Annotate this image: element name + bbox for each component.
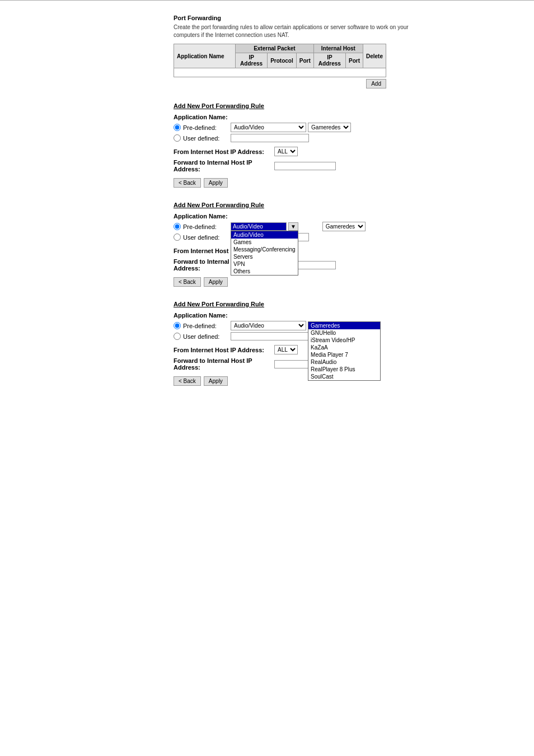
rule1-userdefined-input[interactable]	[231, 134, 309, 142]
rule2-btn-row: < Back Apply	[174, 277, 534, 287]
rule3-forward-label: Forward to Internal Host IP Address:	[174, 357, 274, 371]
rule1-apply-button[interactable]: Apply	[204, 178, 228, 188]
rule2-back-button[interactable]: < Back	[174, 277, 201, 287]
col-delete: Delete	[363, 44, 386, 68]
sub-ip-address-int: IP Address	[313, 53, 345, 68]
rule2-opt-vpn[interactable]: VPN	[231, 260, 298, 268]
rule1-title: Add New Port Forwarding Rule	[174, 102, 534, 109]
col-internal: Internal Host	[313, 44, 363, 53]
rule3-app-list: Gameredes GNUHello iStream Video/HP KaZa…	[308, 321, 381, 381]
rule3-title: Add New Port Forwarding Rule	[174, 301, 534, 307]
rule1-category-select[interactable]: Audio/Video Games Messaging/Conferencing…	[231, 123, 306, 132]
rule2-userdefined-row: User defined:	[174, 233, 534, 241]
rule3-back-button[interactable]: < Back	[174, 376, 201, 386]
add-btn-row: Add	[174, 79, 386, 88]
rule1-predefined-radio[interactable]	[174, 124, 181, 131]
pf-title: Port Forwarding	[174, 15, 534, 21]
main-content: Port Forwarding Create the port forwardi…	[0, 3, 534, 411]
rule3-opt-realplayer8[interactable]: RealPlayer 8 Plus	[308, 366, 380, 373]
rule2-opt-others[interactable]: Others	[231, 268, 298, 275]
rule3-userdefined-input[interactable]	[231, 332, 309, 340]
rule1-app-select[interactable]: Gameredes	[308, 123, 351, 132]
rule2-title: Add New Port Forwarding Rule	[174, 202, 534, 208]
rule3-predefined-row: Pre-defined: Audio/Video Games Messaging…	[174, 321, 534, 330]
rule2-category-dropdown: ▼ Audio/Video Games Messaging/Conferenci…	[231, 222, 298, 231]
rule2-category-input[interactable]	[231, 222, 287, 231]
rule2-section: Add New Port Forwarding Rule Application…	[174, 202, 534, 287]
pf-table: Application Name External Packet Interna…	[174, 44, 386, 77]
sub-ip-address-ext: IP Address	[236, 53, 268, 68]
rule3-predefined-radio[interactable]	[174, 322, 181, 329]
rule1-forward-row: Forward to Internal Host IP Address:	[174, 159, 534, 172]
rule1-forward-label: Forward to Internal Host IP Address:	[174, 159, 274, 172]
rule3-userdefined-label: User defined:	[183, 333, 231, 340]
rule2-category-arrow[interactable]: ▼	[288, 222, 298, 231]
rule2-predefined-row: Pre-defined: ▼ Audio/Video Games Messagi…	[174, 222, 534, 231]
sub-port-ext: Port	[296, 53, 313, 68]
rule2-userdefined-label: User defined:	[183, 234, 231, 241]
pf-description: Create the port forwarding rules to allo…	[174, 24, 409, 39]
rule3-opt-realaudio[interactable]: RealAudio	[308, 358, 380, 366]
sub-protocol: Protocol	[268, 53, 297, 68]
rule2-opt-messaging[interactable]: Messaging/Conferencing	[231, 246, 298, 253]
rule2-apply-button[interactable]: Apply	[204, 277, 228, 287]
rule3-section: Add New Port Forwarding Rule Application…	[174, 301, 534, 386]
rule3-predefined-label: Pre-defined:	[183, 323, 231, 329]
rule1-back-button[interactable]: < Back	[174, 178, 201, 188]
rule3-opt-istream[interactable]: iStream Video/HP	[308, 337, 380, 344]
rule3-opt-kazaa[interactable]: KaZaA	[308, 344, 380, 351]
rule1-from-label: From Internet Host IP Address:	[174, 148, 274, 155]
rule3-opt-soulcast[interactable]: SoulCast	[308, 373, 380, 380]
rule3-opt-gnuhello[interactable]: GNUHello	[308, 329, 380, 337]
rule3-app-dropdown: ▼ Gameredes GNUHello iStream Video/HP Ka…	[308, 321, 373, 330]
rule1-userdefined-row: User defined:	[174, 134, 534, 142]
rule3-apply-button[interactable]: Apply	[204, 376, 228, 386]
rule1-from-select[interactable]: ALL	[274, 147, 298, 156]
rule2-category-list: Audio/Video Games Messaging/Conferencing…	[231, 231, 298, 276]
rule3-category-select[interactable]: Audio/Video Games Messaging/Conferencing…	[231, 321, 306, 330]
rule2-opt-servers[interactable]: Servers	[231, 253, 298, 260]
rule1-section: Add New Port Forwarding Rule Application…	[174, 102, 534, 188]
rule3-from-select[interactable]: ALL	[274, 345, 298, 354]
rule2-predefined-radio[interactable]	[174, 223, 181, 230]
rule1-from-row: From Internet Host IP Address: ALL	[174, 147, 534, 156]
rule2-opt-games[interactable]: Games	[231, 239, 298, 246]
rule1-forward-input[interactable]	[274, 162, 336, 170]
rule3-opt-mediaplayer7[interactable]: Media Player 7	[308, 351, 380, 358]
rule2-forward-row: Forward to Internal Host IP Address:	[174, 258, 534, 272]
rule1-predefined-row: Pre-defined: Audio/Video Games Messaging…	[174, 123, 534, 132]
rule2-appname-label: Application Name:	[174, 213, 534, 220]
rule2-userdefined-radio[interactable]	[174, 234, 181, 241]
rule1-userdefined-radio[interactable]	[174, 134, 181, 142]
rule2-app-select[interactable]: Gameredes	[322, 222, 366, 231]
rule2-predefined-label: Pre-defined:	[183, 223, 231, 230]
rule1-userdefined-label: User defined:	[183, 135, 231, 142]
col-appname: Application Name	[174, 44, 236, 68]
rule2-from-row: From Internet Host IP Address: ALL	[174, 246, 534, 255]
add-button[interactable]: Add	[366, 79, 386, 88]
rule3-appname-label: Application Name:	[174, 312, 534, 319]
rule1-predefined-label: Pre-defined:	[183, 124, 231, 131]
rule3-from-label: From Internet Host IP Address:	[174, 347, 274, 353]
rule2-opt-audiovideo[interactable]: Audio/Video	[231, 231, 298, 239]
rule1-btn-row: < Back Apply	[174, 178, 534, 188]
top-divider	[0, 0, 534, 1]
rule3-opt-gameredes[interactable]: Gameredes	[308, 322, 380, 329]
port-forwarding-section: Port Forwarding Create the port forwardi…	[174, 15, 534, 88]
rule3-userdefined-radio[interactable]	[174, 333, 181, 340]
rule1-appname-label: Application Name:	[174, 114, 534, 120]
sub-port-int: Port	[345, 53, 363, 68]
col-external: External Packet	[236, 44, 314, 53]
